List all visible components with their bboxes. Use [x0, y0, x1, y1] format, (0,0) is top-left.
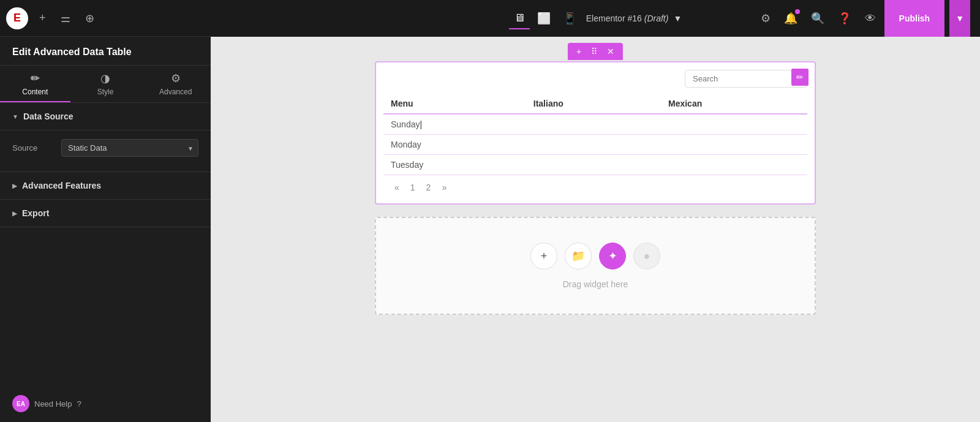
eye-icon-button[interactable]: 👁 — [861, 9, 880, 29]
panel-title: Edit Advanced Data Table — [0, 37, 211, 66]
advanced-features-arrow: ▶ — [12, 183, 17, 189]
data-source-arrow: ▼ — [12, 113, 18, 120]
col-menu: Menu — [383, 94, 526, 114]
advanced-tab-icon: ⚙ — [171, 72, 181, 85]
need-help-label: Need Help — [34, 399, 72, 409]
need-help-row[interactable]: EA Need Help ? — [0, 385, 211, 422]
source-select[interactable]: Static Data Dynamic Data CSV — [61, 139, 198, 157]
need-help-question-icon: ? — [77, 399, 81, 409]
style-tab-label: Style — [97, 88, 114, 96]
table-row: Tuesday — [383, 155, 807, 175]
style-tab-icon: ◑ — [100, 72, 110, 85]
col-italiano: Italiano — [526, 94, 661, 114]
tab-advanced[interactable]: ⚙ Advanced — [140, 66, 211, 102]
inactive-button: ● — [633, 243, 660, 269]
cell-sunday-mexican — [661, 114, 807, 135]
elementor-title: Elementor #16 — [586, 13, 642, 23]
mobile-view-button[interactable]: 📱 — [558, 8, 581, 29]
widget-add-button[interactable]: + — [574, 45, 584, 58]
cell-monday-menu: Monday — [383, 135, 526, 155]
table-pagination: « 1 2 » — [383, 175, 807, 196]
need-help-badge: EA — [12, 395, 29, 412]
table-row: Sunday — [383, 114, 807, 135]
tab-style[interactable]: ◑ Style — [70, 66, 141, 102]
left-panel: E + ⚌ ⊕ Edit Advanced Data Table ✏ Conte… — [0, 0, 211, 422]
table-row: Monday — [383, 135, 807, 155]
export-label: Export — [22, 208, 49, 218]
table-search-input[interactable] — [685, 70, 807, 88]
widget-toolbar: + ⠿ ✕ — [568, 43, 623, 60]
col-mexican: Mexican — [661, 94, 807, 114]
header-icons: ⚙ 🔔 🔍 ❓ 👁 — [757, 8, 880, 29]
pagination-next[interactable]: » — [438, 181, 450, 194]
add-icon[interactable]: + — [36, 8, 50, 28]
pagination-page-1[interactable]: 1 — [407, 181, 419, 194]
table-header-row: Menu Italiano Mexican — [383, 94, 807, 114]
publish-button[interactable]: Publish — [884, 0, 945, 37]
advanced-tab-label: Advanced — [159, 88, 192, 96]
export-arrow: ▶ — [12, 210, 17, 217]
tab-content[interactable]: ✏ Content — [0, 66, 70, 102]
header-center: 🖥 ⬜ 📱 Elementor #16 (Draft) ▼ — [509, 8, 682, 29]
data-source-label: Data Source — [23, 111, 74, 121]
page-title: Elementor #16 (Draft) — [586, 13, 669, 23]
data-table: Menu Italiano Mexican Sunday Monday — [383, 94, 807, 175]
view-mode-buttons: 🖥 ⬜ 📱 — [509, 8, 581, 29]
cell-tuesday-mexican — [661, 155, 807, 175]
section-export-header[interactable]: ▶ Export — [0, 200, 211, 227]
widget-move-button[interactable]: ⠿ — [589, 45, 600, 58]
desktop-view-button[interactable]: 🖥 — [509, 8, 530, 29]
magic-button[interactable]: ✦ — [599, 243, 626, 269]
layers-icon[interactable]: ⊕ — [81, 8, 98, 29]
advanced-features-label: Advanced Features — [22, 181, 101, 190]
source-label: Source — [12, 143, 61, 153]
cell-tuesday-italiano — [526, 155, 661, 175]
elementor-logo[interactable]: E — [6, 7, 28, 29]
header-bar: 🖥 ⬜ 📱 Elementor #16 (Draft) ▼ ⚙ 🔔 🔍 ❓ 👁 — [211, 0, 980, 37]
section-data-source-content: Source Static Data Dynamic Data CSV — [0, 130, 211, 172]
canvas: + ⠿ ✕ ✏ Menu Italiano Mexica — [211, 37, 980, 422]
tabs-row: ✏ Content ◑ Style ⚙ Advanced — [0, 66, 211, 103]
content-tab-icon: ✏ — [31, 72, 40, 85]
cell-monday-italiano — [526, 135, 661, 155]
content-tab-label: Content — [22, 88, 48, 96]
notification-badge — [795, 9, 800, 14]
draft-dropdown-button[interactable]: ▼ — [673, 13, 682, 23]
cell-sunday-menu: Sunday — [383, 114, 526, 135]
pagination-prev[interactable]: « — [391, 181, 403, 194]
settings-icon-button[interactable]: ⚙ — [757, 8, 774, 29]
cell-tuesday-menu: Tuesday — [383, 155, 526, 175]
help-icon-button[interactable]: ❓ — [834, 8, 855, 29]
bell-icon-button[interactable]: 🔔 — [780, 8, 801, 29]
search-row: ✏ — [383, 70, 807, 88]
widget-container: + ⠿ ✕ ✏ Menu Italiano Mexica — [375, 61, 816, 205]
section-data-source-header[interactable]: ▼ Data Source — [0, 103, 211, 130]
drop-zone-label: Drag widget here — [563, 279, 628, 289]
drop-zone-buttons: + 📁 ✦ ● — [530, 243, 660, 269]
pagination-page-2[interactable]: 2 — [423, 181, 435, 194]
table-edit-button[interactable]: ✏ — [791, 69, 809, 86]
draft-label: (Draft) — [644, 13, 669, 23]
main-area: 🖥 ⬜ 📱 Elementor #16 (Draft) ▼ ⚙ 🔔 🔍 ❓ 👁 — [211, 0, 980, 422]
widget-close-button[interactable]: ✕ — [605, 45, 617, 58]
source-select-wrapper: Static Data Dynamic Data CSV — [61, 139, 198, 157]
tablet-view-button[interactable]: ⬜ — [532, 8, 556, 29]
section-advanced-features-header[interactable]: ▶ Advanced Features — [0, 172, 211, 200]
template-button[interactable]: 📁 — [565, 243, 592, 269]
filter-icon[interactable]: ⚌ — [57, 8, 74, 29]
drop-zone: + 📁 ✦ ● Drag widget here — [375, 217, 816, 315]
add-widget-button[interactable]: + — [530, 243, 557, 269]
data-table-widget: ✏ Menu Italiano Mexican Sunday — [376, 62, 815, 203]
source-field-row: Source Static Data Dynamic Data CSV — [12, 139, 198, 157]
left-top-bar: E + ⚌ ⊕ — [0, 0, 211, 37]
panel-body: ▼ Data Source Source Static Data Dynamic… — [0, 103, 211, 385]
cell-sunday-italiano — [526, 114, 661, 135]
search-icon-button[interactable]: 🔍 — [807, 8, 828, 29]
cell-monday-mexican — [661, 135, 807, 155]
publish-dropdown-button[interactable]: ▼ — [949, 0, 970, 37]
